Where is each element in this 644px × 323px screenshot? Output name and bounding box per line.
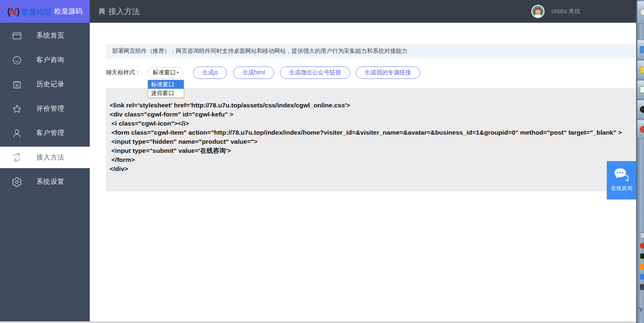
smiley-icon — [12, 55, 22, 66]
generate-html-button[interactable]: 生成html — [233, 66, 274, 79]
nvidia-tray-icon[interactable] — [640, 253, 644, 259]
app-icon — [640, 9, 644, 16]
sidebar-item-customers[interactable]: 客户管理 — [0, 121, 90, 145]
sidebar-item-history[interactable]: 历史记录 — [0, 72, 90, 97]
select-option-mini[interactable]: 迷你窗口 — [148, 89, 184, 97]
flame-tray-icon[interactable] — [640, 264, 644, 269]
generate-js-button[interactable]: 生成js — [193, 66, 227, 79]
logo-brand-text: 欧皇源码 — [55, 7, 83, 16]
folder-icon — [640, 66, 644, 73]
app-icon — [640, 106, 644, 113]
select-dropdown-list: 标准窗口 迷你窗口 — [148, 80, 184, 98]
logo-mark: (N) — [7, 6, 19, 17]
baidu-tray-icon[interactable] — [640, 274, 644, 280]
main-content: 部署网页组件（推荐）：网页咨询组件同时支持桌面网站和移动网站，提供强大的用户行为… — [90, 23, 636, 323]
sidebar-item-label: 客户咨询 — [36, 56, 65, 64]
controls-row: 聊天框样式： 标准窗口 ▼ 标准窗口 迷你窗口 生成js 生成html 生成微信… — [106, 66, 636, 79]
taskbar-item[interactable] — [637, 80, 644, 99]
speaker-tray-icon[interactable] — [640, 284, 644, 290]
info-banner: 部署网页组件（推荐）：网页咨询组件同时支持桌面网站和移动网站，提供强大的用户行为… — [106, 44, 636, 58]
sidebar-item-label: 系统设置 — [36, 178, 65, 186]
windows-taskbar: 下 — [636, 0, 644, 323]
generate-exclusive-link-button[interactable]: 生成我的专属链接 — [356, 66, 420, 79]
sidebar-item-label: 历史记录 — [36, 80, 65, 89]
page-title: 接入方法 — [108, 6, 140, 17]
app-icon — [640, 46, 644, 53]
taskbar-item[interactable] — [637, 100, 644, 119]
bottom-scrollbar[interactable] — [0, 321, 636, 323]
taskbar-clock[interactable]: 下 — [638, 307, 643, 314]
sidebar-item-rating[interactable]: 评价管理 — [0, 97, 90, 121]
user-icon — [12, 128, 22, 139]
top-header: (N) 欧皇论坛 欧皇源码 接入方法 — [0, 0, 636, 23]
sidebar-menu: 系统首页 客户咨询 历史记录 评价管理 客户管理 — [0, 23, 90, 194]
broken-link-icon — [12, 152, 22, 163]
logo[interactable]: (N) 欧皇论坛 欧皇源码 — [0, 0, 90, 23]
window-icon — [12, 31, 22, 41]
sidebar-item-access-method[interactable]: 接入方法 — [0, 147, 90, 168]
chat-style-select[interactable]: 标准窗口 ▼ — [148, 67, 183, 78]
gear-icon — [12, 177, 22, 188]
logo-paren-right: ) — [17, 6, 19, 17]
select-value: 标准窗口 — [153, 69, 176, 76]
sidebar-item-settings[interactable]: 系统设置 — [0, 170, 90, 194]
notepad-icon — [640, 86, 644, 93]
select-option-standard[interactable]: 标准窗口 — [148, 80, 184, 89]
generate-wechat-link-button[interactable]: 生成微信公众号链接 — [280, 66, 350, 79]
online-consult-label: 在线咨询 — [611, 185, 632, 192]
embed-code-block: <link rel='stylesheet' href='http://78.u… — [106, 88, 636, 191]
sidebar-item-home[interactable]: 系统首页 — [0, 24, 90, 48]
taskbar-item[interactable] — [637, 60, 644, 79]
sidebar-item-consult[interactable]: 客户咨询 — [0, 48, 90, 72]
usb-tray-icon[interactable] — [640, 233, 644, 238]
online-consult-button[interactable]: 在线咨询 — [607, 161, 637, 200]
music-tray-icon[interactable] — [640, 243, 644, 249]
avatar[interactable] — [530, 4, 546, 19]
logo-n: N — [10, 6, 17, 17]
chevron-down-icon: ▼ — [176, 71, 180, 74]
star-icon — [12, 104, 22, 114]
sidebar-item-label: 客户管理 — [36, 129, 65, 138]
taskbar-item[interactable] — [637, 120, 644, 139]
taskbar-item[interactable] — [637, 40, 644, 59]
sidebar-item-label: 接入方法 — [36, 153, 65, 162]
logo-forum-text: 欧皇论坛 — [22, 7, 51, 17]
sidebar-item-label: 系统首页 — [36, 31, 65, 40]
bookmark-icon — [99, 8, 105, 15]
sidebar-item-label: 评价管理 — [36, 104, 65, 113]
app-icon — [640, 126, 644, 133]
sidebar: 系统首页 客户咨询 历史记录 评价管理 客户管理 — [0, 23, 90, 323]
chat-bubble-icon — [614, 168, 630, 182]
chat-style-select-wrap: 标准窗口 ▼ 标准窗口 迷你窗口 — [148, 67, 183, 78]
chat-style-label: 聊天框样式： — [106, 69, 141, 76]
taskbar-item[interactable] — [637, 1, 644, 24]
user-menu[interactable]: ohbbs 离线 — [530, 4, 580, 19]
username-status: ohbbs 离线 — [551, 8, 580, 15]
notebook-icon — [12, 79, 22, 90]
breadcrumb: 接入方法 — [99, 6, 140, 17]
